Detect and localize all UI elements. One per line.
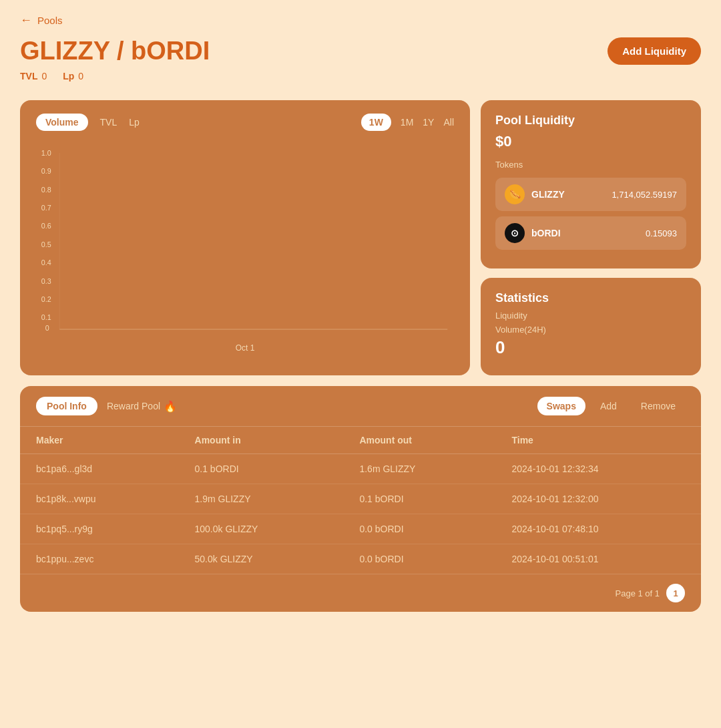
liquidity-stat: Liquidity bbox=[495, 311, 686, 321]
tab-remove[interactable]: Remove bbox=[632, 397, 685, 415]
svg-text:0.2: 0.2 bbox=[41, 295, 51, 303]
pagination-row: Page 1 of 1 1 bbox=[20, 574, 701, 612]
time-tab-1y[interactable]: 1Y bbox=[423, 117, 434, 128]
cell-amount-out: 0.1 bORDI bbox=[343, 484, 495, 514]
statistics-card: Statistics Liquidity Volume(24H) 0 bbox=[481, 278, 701, 375]
right-panel: Pool Liquidity $0 Tokens 🌭 GLIZZY 1,714,… bbox=[481, 100, 701, 375]
back-label: Pools bbox=[37, 15, 63, 26]
cell-time: 2024-10-01 12:32:00 bbox=[495, 484, 701, 514]
table-right-tabs: Swaps Add Remove bbox=[537, 397, 685, 415]
lp-value: 0 bbox=[78, 71, 83, 81]
lp-label: Lp bbox=[63, 71, 74, 81]
col-maker: Maker bbox=[20, 427, 179, 454]
col-amount-out: Amount out bbox=[343, 427, 495, 454]
cell-amount-in: 0.1 bORDI bbox=[179, 454, 344, 484]
chart-x-label: Oct 1 bbox=[36, 343, 454, 353]
table-card: Pool Info Reward Pool 🔥 Swaps Add Remove… bbox=[20, 386, 701, 612]
cell-time: 2024-10-01 12:32:34 bbox=[495, 454, 701, 484]
cell-maker: bc1ppu...zevc bbox=[20, 544, 179, 574]
pagination-text: Page 1 of 1 bbox=[616, 588, 660, 598]
volume-stat: Volume(24H) 0 bbox=[495, 325, 686, 358]
tab-reward-pool[interactable]: Reward Pool 🔥 bbox=[107, 400, 177, 413]
cell-amount-out: 0.0 bORDI bbox=[343, 514, 495, 544]
chart-card: Volume TVL Lp 1W 1M 1Y All 1.0 0.9 0.8 0… bbox=[20, 100, 470, 375]
bordi-icon: ⊙ bbox=[505, 223, 525, 243]
cell-amount-in: 100.0k GLIZZY bbox=[179, 514, 344, 544]
tab-swaps[interactable]: Swaps bbox=[537, 397, 585, 415]
back-nav[interactable]: ← Pools bbox=[20, 13, 701, 27]
page-1-button[interactable]: 1 bbox=[666, 584, 685, 602]
chart-svg: 1.0 0.9 0.8 0.7 0.6 0.5 0.4 0.3 0.2 0.1 … bbox=[36, 144, 454, 338]
table-row: bc1pq5...ry9g 100.0k GLIZZY 0.0 bORDI 20… bbox=[20, 514, 701, 544]
svg-text:0.7: 0.7 bbox=[41, 204, 51, 212]
chart-time-tabs: 1W 1M 1Y All bbox=[361, 114, 454, 131]
tab-lp[interactable]: Lp bbox=[129, 117, 140, 128]
glizzy-icon: 🌭 bbox=[505, 184, 525, 204]
cell-time: 2024-10-01 07:48:10 bbox=[495, 514, 701, 544]
time-tab-1m[interactable]: 1M bbox=[401, 117, 413, 128]
svg-text:0.6: 0.6 bbox=[41, 222, 51, 230]
volume-label: Volume(24H) bbox=[495, 325, 686, 335]
tokens-label: Tokens bbox=[495, 160, 686, 170]
fire-icon: 🔥 bbox=[164, 400, 177, 413]
bordi-name: bORDI bbox=[531, 228, 561, 238]
cell-amount-out: 1.6m GLIZZY bbox=[343, 454, 495, 484]
statistics-title: Statistics bbox=[495, 291, 686, 305]
cell-maker: bc1pa6...gl3d bbox=[20, 454, 179, 484]
lp-item: Lp 0 bbox=[63, 71, 83, 81]
tvl-label: TVL bbox=[20, 71, 37, 81]
svg-text:0.5: 0.5 bbox=[41, 240, 51, 248]
time-tab-all[interactable]: All bbox=[443, 117, 454, 128]
table-row: bc1pa6...gl3d 0.1 bORDI 1.6m GLIZZY 2024… bbox=[20, 454, 701, 484]
tvl-item: TVL 0 bbox=[20, 71, 47, 81]
pool-liquidity-value: $0 bbox=[495, 133, 686, 150]
volume-value: 0 bbox=[495, 337, 686, 358]
cell-maker: bc1p8k...vwpu bbox=[20, 484, 179, 514]
tvl-value: 0 bbox=[41, 71, 47, 81]
tab-add[interactable]: Add bbox=[591, 397, 626, 415]
cell-maker: bc1pq5...ry9g bbox=[20, 514, 179, 544]
pool-liquidity-title: Pool Liquidity bbox=[495, 114, 686, 128]
col-amount-in: Amount in bbox=[179, 427, 344, 454]
table-row: bc1p8k...vwpu 1.9m GLIZZY 0.1 bORDI 2024… bbox=[20, 484, 701, 514]
title-row: GLIZZY / bORDI Add Liquidity bbox=[20, 37, 701, 65]
svg-text:0: 0 bbox=[45, 324, 49, 332]
tab-pool-info[interactable]: Pool Info bbox=[36, 397, 97, 415]
cell-amount-in: 50.0k GLIZZY bbox=[179, 544, 344, 574]
table-header-row: Maker Amount in Amount out Time bbox=[20, 427, 701, 454]
time-tab-1w[interactable]: 1W bbox=[361, 114, 391, 131]
token-row-bordi: ⊙ bORDI 0.15093 bbox=[495, 216, 686, 250]
bordi-amount: 0.15093 bbox=[646, 228, 677, 238]
chart-tabs-row: Volume TVL Lp 1W 1M 1Y All bbox=[36, 114, 454, 131]
table-tabs-row: Pool Info Reward Pool 🔥 Swaps Add Remove bbox=[20, 386, 701, 426]
back-arrow-icon: ← bbox=[20, 13, 32, 27]
token-left-glizzy: 🌭 GLIZZY bbox=[505, 184, 565, 204]
tvl-row: TVL 0 Lp 0 bbox=[20, 71, 701, 81]
pool-title: GLIZZY / bORDI bbox=[20, 37, 210, 65]
add-liquidity-button[interactable]: Add Liquidity bbox=[608, 37, 701, 65]
svg-text:0.4: 0.4 bbox=[41, 258, 51, 266]
svg-text:0.3: 0.3 bbox=[41, 277, 51, 285]
token-left-bordi: ⊙ bORDI bbox=[505, 223, 561, 243]
col-time: Time bbox=[495, 427, 701, 454]
glizzy-amount: 1,714,052.59197 bbox=[612, 190, 677, 200]
svg-text:1.0: 1.0 bbox=[41, 149, 51, 157]
svg-text:0.1: 0.1 bbox=[41, 313, 51, 321]
glizzy-name: GLIZZY bbox=[531, 189, 565, 200]
table-row: bc1ppu...zevc 50.0k GLIZZY 0.0 bORDI 202… bbox=[20, 544, 701, 574]
svg-text:0.8: 0.8 bbox=[41, 186, 51, 194]
cell-amount-in: 1.9m GLIZZY bbox=[179, 484, 344, 514]
pool-liquidity-card: Pool Liquidity $0 Tokens 🌭 GLIZZY 1,714,… bbox=[481, 100, 701, 268]
swaps-table: Maker Amount in Amount out Time bc1pa6..… bbox=[20, 426, 701, 574]
token-row-glizzy: 🌭 GLIZZY 1,714,052.59197 bbox=[495, 178, 686, 211]
tab-volume[interactable]: Volume bbox=[36, 114, 88, 131]
svg-text:0.9: 0.9 bbox=[41, 167, 51, 175]
liquidity-label: Liquidity bbox=[495, 311, 686, 321]
main-grid: Volume TVL Lp 1W 1M 1Y All 1.0 0.9 0.8 0… bbox=[20, 100, 701, 375]
chart-area: 1.0 0.9 0.8 0.7 0.6 0.5 0.4 0.3 0.2 0.1 … bbox=[36, 144, 454, 351]
cell-time: 2024-10-01 00:51:01 bbox=[495, 544, 701, 574]
cell-amount-out: 0.0 bORDI bbox=[343, 544, 495, 574]
tab-tvl[interactable]: TVL bbox=[100, 117, 117, 128]
